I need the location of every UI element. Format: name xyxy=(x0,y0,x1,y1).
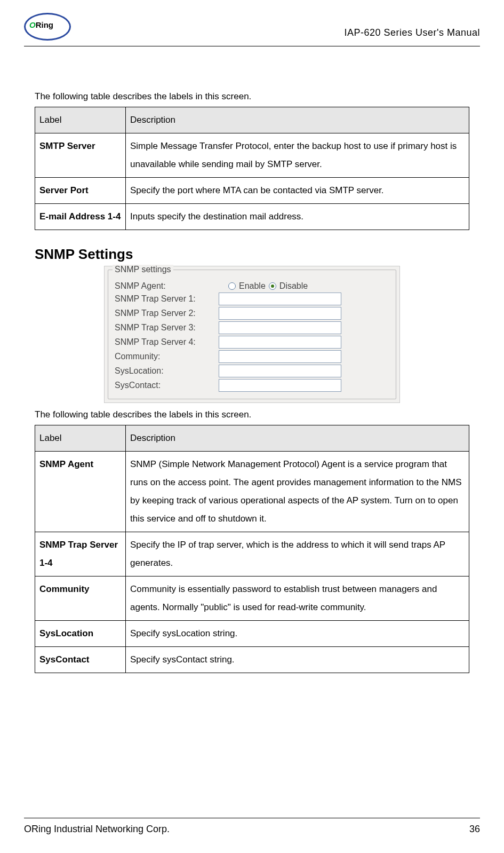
table2-row3-desc: Specify sysLocation string. xyxy=(126,621,469,647)
table1-row1-desc: Specify the port where MTA can be contac… xyxy=(126,178,469,204)
trap4-row: SNMP Trap Server 4: xyxy=(115,336,389,349)
syslocation-label: SysLocation: xyxy=(115,366,219,376)
table2-row4-desc: Specify sysContact string. xyxy=(126,647,469,673)
snmp-fieldset: SNMP settings SNMP Agent: Enable Disable… xyxy=(108,270,396,399)
logo: ORing xyxy=(24,11,72,43)
syslocation-input[interactable] xyxy=(219,365,341,377)
snmp-agent-label: SNMP Agent: xyxy=(115,281,219,291)
page-content: The following table describes the labels… xyxy=(24,89,480,673)
table-row: SMTP Server Simple Message Transfer Prot… xyxy=(35,133,469,178)
table-row: SysLocation Specify sysLocation string. xyxy=(35,621,469,647)
snmp-agent-radio-group: Enable Disable xyxy=(228,281,389,291)
enable-radio-label: Enable xyxy=(239,281,266,291)
table-row: SysContact Specify sysContact string. xyxy=(35,647,469,673)
snmp-fieldset-legend: SNMP settings xyxy=(113,265,173,274)
table-row: SNMP Trap Server 1-4 Specify the IP of t… xyxy=(35,532,469,576)
snmp-table: Label Description SNMP Agent SNMP (Simpl… xyxy=(35,425,469,673)
snmp-settings-screenshot: SNMP settings SNMP Agent: Enable Disable… xyxy=(104,266,400,403)
table2-row1-label: SNMP Trap Server 1-4 xyxy=(35,532,126,576)
trap4-label: SNMP Trap Server 4: xyxy=(115,337,219,347)
community-input[interactable] xyxy=(219,350,341,363)
footer-company: ORing Industrial Networking Corp. xyxy=(24,824,170,835)
table2-header-label: Label xyxy=(35,425,126,452)
syscontact-label: SysContact: xyxy=(115,381,219,390)
table1-header-label: Label xyxy=(35,107,126,133)
community-row: Community: xyxy=(115,350,389,363)
community-label: Community: xyxy=(115,352,219,361)
table2-row2-desc: Community is essentially password to est… xyxy=(126,576,469,621)
trap3-label: SNMP Trap Server 3: xyxy=(115,323,219,333)
table-row: Server Port Specify the port where MTA c… xyxy=(35,178,469,204)
table2-row2-label: Community xyxy=(35,576,126,621)
disable-radio[interactable] xyxy=(269,282,276,290)
page-header: ORing IAP-620 Series User's Manual xyxy=(24,11,480,46)
trap2-input[interactable] xyxy=(219,307,341,320)
table1-row0-desc: Simple Message Transfer Protocol, enter … xyxy=(126,133,469,178)
table1-row2-label: E-mail Address 1-4 xyxy=(35,204,126,230)
table2-row3-label: SysLocation xyxy=(35,621,126,647)
trap1-input[interactable] xyxy=(219,293,341,305)
table2-row0-desc: SNMP (Simple Network Management Protocol… xyxy=(126,452,469,532)
syscontact-input[interactable] xyxy=(219,379,341,392)
trap3-row: SNMP Trap Server 3: xyxy=(115,321,389,334)
table1-row0-label: SMTP Server xyxy=(35,133,126,178)
smtp-table: Label Description SMTP Server Simple Mes… xyxy=(35,107,469,230)
enable-radio[interactable] xyxy=(228,282,236,290)
table-header-row: Label Description xyxy=(35,107,469,133)
table-row: SNMP Agent SNMP (Simple Network Manageme… xyxy=(35,452,469,532)
table2-row1-desc: Specify the IP of trap server, which is … xyxy=(126,532,469,576)
table-row: E-mail Address 1-4 Inputs specify the de… xyxy=(35,204,469,230)
table2-intro: The following table describes the labels… xyxy=(35,407,469,422)
table2-row4-label: SysContact xyxy=(35,647,126,673)
trap2-label: SNMP Trap Server 2: xyxy=(115,309,219,318)
trap4-input[interactable] xyxy=(219,336,341,349)
trap3-input[interactable] xyxy=(219,321,341,334)
table1-header-desc: Description xyxy=(126,107,469,133)
trap1-label: SNMP Trap Server 1: xyxy=(115,294,219,304)
table1-row2-desc: Inputs specify the destination mail addr… xyxy=(126,204,469,230)
page-footer: ORing Industrial Networking Corp. 36 xyxy=(24,818,480,835)
snmp-settings-heading: SNMP Settings xyxy=(35,246,469,263)
trap2-row: SNMP Trap Server 2: xyxy=(115,307,389,320)
table2-row0-label: SNMP Agent xyxy=(35,452,126,532)
document-title: IAP-620 Series User's Manual xyxy=(344,27,480,43)
table-row: Community Community is essentially passw… xyxy=(35,576,469,621)
syscontact-row: SysContact: xyxy=(115,379,389,392)
disable-radio-label: Disable xyxy=(279,281,308,291)
footer-page-number: 36 xyxy=(469,824,480,835)
table2-header-desc: Description xyxy=(126,425,469,452)
table1-row1-label: Server Port xyxy=(35,178,126,204)
table-header-row: Label Description xyxy=(35,425,469,452)
snmp-agent-row: SNMP Agent: Enable Disable xyxy=(115,281,389,291)
trap1-row: SNMP Trap Server 1: xyxy=(115,293,389,305)
syslocation-row: SysLocation: xyxy=(115,365,389,377)
table1-intro: The following table describes the labels… xyxy=(35,89,469,104)
